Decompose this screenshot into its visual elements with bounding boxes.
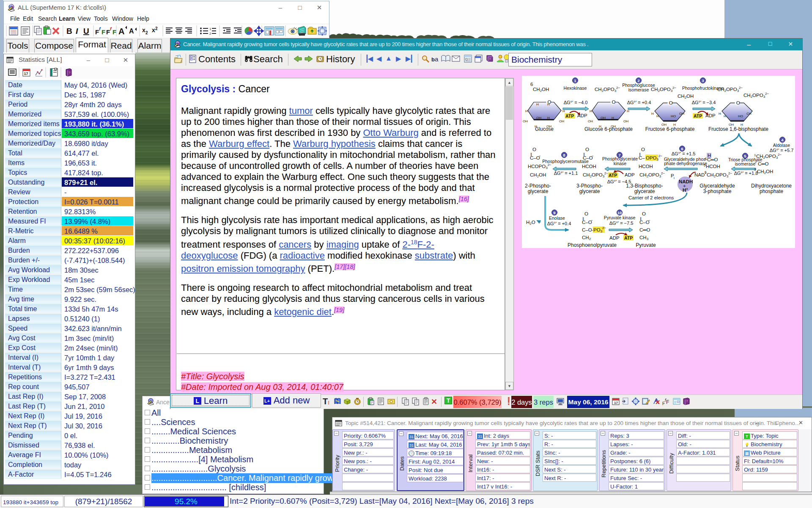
svg-text:1: 1: [574, 78, 576, 83]
svg-text:H: H: [651, 112, 654, 116]
svg-text:CH2OPO32−: CH2OPO32−: [583, 171, 609, 178]
svg-text:?: ?: [489, 57, 491, 61]
svg-text:F: F: [112, 28, 116, 36]
svg-text:F: F: [95, 28, 99, 36]
svg-text:ATP: ATP: [565, 113, 574, 119]
svg-text:CH2OH: CH2OH: [757, 169, 773, 175]
svg-text:4: 4: [781, 138, 784, 142]
svg-text:Enolase: Enolase: [549, 215, 565, 221]
svg-text:CH: CH: [746, 112, 752, 116]
svg-text:OH: OH: [588, 119, 593, 123]
svg-text:−: −: [592, 154, 594, 158]
svg-text:ΔG°' = −4.0: ΔG°' = −4.0: [564, 100, 588, 105]
svg-text:O: O: [584, 211, 588, 216]
svg-text:CH3: CH3: [639, 235, 649, 241]
svg-text:Glyceraldehyde: Glyceraldehyde: [700, 183, 735, 189]
svg-text:O: O: [736, 100, 740, 105]
svg-text:HCOPO32−: HCOPO32−: [528, 163, 551, 170]
svg-text:Phosphoglyceromutase: Phosphoglyceromutase: [542, 159, 589, 164]
svg-text:Aldolase: Aldolase: [773, 143, 790, 148]
svg-text:3-Phospho-: 3-Phospho-: [576, 183, 603, 189]
svg-text:Fructose 1,6-bisphosphate: Fructose 1,6-bisphosphate: [708, 126, 768, 132]
svg-text:Glucose 6-phosphate: Glucose 6-phosphate: [584, 126, 633, 132]
svg-text:Dihydroxyacetone: Dihydroxyacetone: [751, 183, 792, 189]
svg-text:CH2OPO32−: CH2OPO32−: [717, 86, 743, 93]
svg-text:CH2OH: CH2OH: [678, 94, 694, 99]
svg-text:H: H: [547, 116, 550, 120]
svg-text:isomerase: isomerase: [735, 161, 756, 166]
svg-text:17: 17: [24, 72, 28, 76]
svg-text:2-Phospho-: 2-Phospho-: [525, 183, 551, 189]
svg-text:H: H: [525, 109, 528, 113]
svg-text:−: −: [591, 218, 593, 222]
svg-text:H: H: [547, 102, 550, 106]
svg-text:Pyruvate: Pyruvate: [636, 242, 656, 248]
svg-text:U: U: [83, 27, 89, 36]
svg-text:H+: H+: [683, 187, 688, 193]
svg-text:f: f: [110, 26, 112, 31]
svg-text:CH2OH: CH2OH: [530, 172, 546, 178]
svg-text:OH: OH: [623, 119, 628, 123]
svg-text:CH2OPO32−: CH2OPO32−: [756, 153, 782, 160]
svg-text:ΔG°' = +1.5: ΔG°' = +1.5: [672, 151, 696, 156]
svg-text:CH2OPO32−: CH2OPO32−: [651, 86, 677, 93]
svg-text:O: O: [532, 147, 536, 152]
svg-text:x: x: [142, 27, 145, 33]
svg-text:8: 8: [563, 153, 565, 157]
svg-text:Glucose: Glucose: [535, 126, 554, 132]
svg-text:C═O: C═O: [758, 161, 768, 166]
svg-text:A: A: [118, 27, 124, 36]
svg-text:3: 3: [754, 168, 756, 171]
svg-text:CH2: CH2: [582, 235, 591, 241]
svg-text:ATP: ATP: [624, 235, 633, 240]
svg-text:O: O: [641, 147, 645, 152]
svg-text:i: i: [674, 176, 675, 180]
svg-text:2: 2: [209, 32, 211, 36]
svg-text:OH: OH: [679, 112, 684, 116]
svg-text:ADP: ADP: [609, 235, 620, 240]
svg-text:3: 3: [702, 78, 704, 83]
svg-text:HCOH: HCOH: [582, 164, 596, 169]
svg-text:1,3-Bisphospho-: 1,3-Bisphospho-: [626, 183, 663, 189]
svg-text:I: I: [76, 27, 78, 36]
svg-text:H: H: [724, 114, 726, 118]
svg-text:C═O: C═O: [639, 227, 650, 232]
svg-text:O: O: [642, 211, 646, 216]
svg-text:B: B: [66, 27, 72, 36]
svg-text:ATP: ATP: [609, 173, 617, 178]
svg-text:ΔG°' = −7.5: ΔG°' = −7.5: [609, 221, 634, 226]
svg-text:HCOH: HCOH: [639, 164, 653, 169]
svg-text:OPO32−: OPO32−: [646, 154, 662, 161]
svg-text:H: H: [656, 114, 659, 118]
svg-text:ΔG°' = +1.1: ΔG°' = +1.1: [554, 171, 578, 176]
svg-text:Carrier of 2 electrons: Carrier of 2 electrons: [628, 195, 674, 200]
svg-text:H: H: [612, 116, 614, 120]
svg-text:C–: C–: [639, 155, 645, 160]
svg-text:ΔG°' = +0.4: ΔG°' = +0.4: [547, 221, 571, 226]
svg-text:CH2OH: CH2OH: [533, 87, 549, 93]
svg-text:ΔG°' = −3.4: ΔG°' = −3.4: [692, 100, 716, 105]
svg-text:phosphate: phosphate: [760, 188, 783, 194]
svg-text:Hexokinase: Hexokinase: [564, 86, 587, 91]
svg-text:O: O: [585, 147, 589, 152]
svg-text:HCOH: HCOH: [706, 164, 720, 169]
svg-text:F: F: [106, 28, 110, 36]
svg-text:4: 4: [705, 157, 707, 160]
svg-text:OH: OH: [601, 116, 606, 120]
svg-text:6: 6: [530, 82, 533, 87]
svg-text:f: f: [99, 26, 101, 31]
svg-text:CH2OPO32−: CH2OPO32−: [707, 171, 732, 178]
svg-text:O: O: [669, 100, 673, 105]
svg-text:ATP: ATP: [694, 113, 702, 119]
svg-text:glycerate: glycerate: [634, 188, 655, 194]
svg-text:ΔG°' = +0.4: ΔG°' = +0.4: [627, 100, 651, 105]
svg-text:Pyruvate kinase: Pyruvate kinase: [604, 215, 636, 220]
svg-text:3-phosphate: 3-phosphate: [703, 188, 732, 194]
svg-text:2: 2: [755, 160, 757, 164]
svg-text:2: 2: [145, 30, 148, 35]
svg-text:Phosphoenolpyruvate: Phosphoenolpyruvate: [568, 242, 617, 248]
svg-text:9: 9: [553, 210, 555, 215]
svg-text:2: 2: [155, 26, 158, 31]
svg-text:OH: OH: [559, 119, 564, 123]
svg-text:Fructose 6-phosphate: Fructose 6-phosphate: [645, 126, 695, 132]
